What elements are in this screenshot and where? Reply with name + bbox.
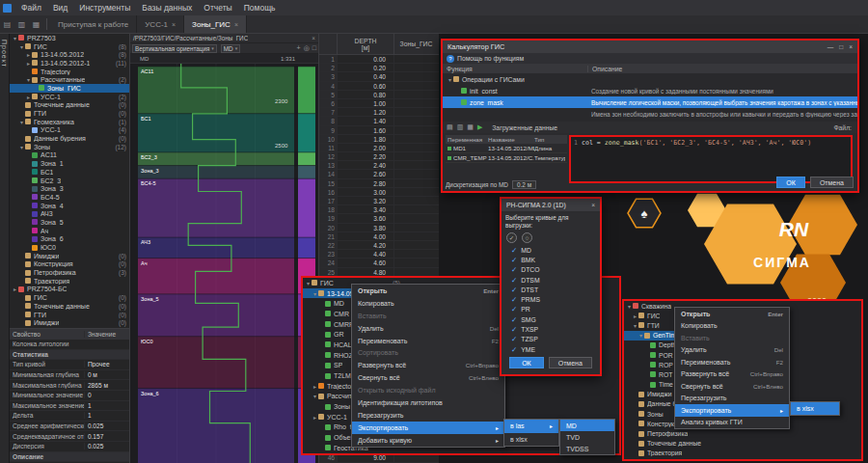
chevron-right-icon[interactable]: ▸: [25, 60, 32, 67]
menu-item[interactable]: в xlsx: [791, 402, 839, 415]
table-row[interactable]: 10.00: [319, 55, 439, 64]
tree-item[interactable]: Зона_5: [10, 218, 129, 227]
menu-item[interactable]: Копировать: [352, 297, 504, 310]
menu-item[interactable]: Идентификация литотипов: [352, 396, 504, 409]
chevron-down-icon[interactable]: ▾: [637, 332, 644, 339]
chevron-down-icon[interactable]: ▾: [18, 119, 25, 125]
tree-item[interactable]: Траектория: [10, 277, 129, 286]
tree-item[interactable]: Trajectory: [10, 68, 129, 76]
curve-checkbox-row[interactable]: ✓PR: [502, 305, 600, 314]
checkbox-checked-icon[interactable]: ✓: [511, 265, 517, 274]
tree-item[interactable]: ▸PRZ7504-БС: [10, 286, 129, 294]
menu-item[interactable]: Развернуть всёCtrl+Вправо: [352, 359, 504, 371]
menu-item[interactable]: Перезагрузить: [352, 409, 504, 422]
curve-checkbox-row[interactable]: ✓PRMS: [502, 294, 600, 304]
close-panel-icon[interactable]: ×: [312, 35, 318, 41]
menu-item[interactable]: Открыть исходный файл: [352, 384, 504, 396]
tree-item[interactable]: Точечные данные(0): [10, 101, 129, 110]
function-row[interactable]: Имена зон необходимо заключить в апостро…: [443, 108, 857, 120]
tree-item[interactable]: ▸13-14.05.2012-1(11): [10, 59, 129, 68]
chevron-right-icon[interactable]: ▸: [632, 313, 638, 319]
save-script-icon[interactable]: ▦: [467, 123, 474, 131]
add-track-icon[interactable]: +: [297, 44, 301, 52]
ok-button[interactable]: ОК: [509, 357, 544, 368]
open-folder-icon[interactable]: ▥: [14, 20, 29, 29]
menu-item[interactable]: ПереименоватьF2: [675, 356, 789, 368]
function-help-link[interactable]: ? Помощь по функциям: [443, 53, 857, 64]
curve-checkbox-row[interactable]: ✓TXSP: [502, 324, 600, 334]
checkbox-checked-icon[interactable]: ✓: [511, 276, 517, 285]
curve-checkbox-row[interactable]: ✓MD: [502, 245, 600, 255]
chevron-down-icon[interactable]: ▾: [305, 280, 312, 286]
tree-item[interactable]: Ач: [10, 227, 129, 235]
tab[interactable]: Зоны_ГИС×: [184, 15, 247, 33]
tree-item[interactable]: Петрофизика(3): [10, 268, 129, 277]
menu-item[interactable]: Сортировать: [352, 346, 504, 359]
open-script-icon[interactable]: ▥: [457, 123, 464, 131]
menubar-item[interactable]: Вид: [47, 3, 73, 13]
tree-item[interactable]: ГТИ(0): [10, 311, 129, 319]
curve-checkbox-row[interactable]: ✓YME: [502, 344, 600, 354]
tree-item[interactable]: Точечные данные: [624, 439, 720, 449]
tree-item[interactable]: ▾Геомеханика(1): [10, 118, 129, 126]
table-row[interactable]: 40.60: [319, 82, 439, 91]
tree-item[interactable]: БС2_3: [10, 177, 129, 185]
menu-item[interactable]: Анализ кривых ГТИ: [675, 417, 789, 429]
close-icon[interactable]: ×: [849, 43, 853, 50]
menu-item[interactable]: Вставить: [352, 310, 504, 322]
menu-item[interactable]: MD: [560, 420, 614, 431]
new-file-icon[interactable]: ▤: [0, 20, 14, 29]
tree-item[interactable]: ГТИ(0): [10, 109, 129, 118]
table-row[interactable]: 50.80: [319, 91, 439, 99]
tree-item[interactable]: Траектория: [624, 449, 720, 458]
tab[interactable]: УСС-1×: [137, 15, 184, 33]
project-panel-tab[interactable]: Проект: [1, 40, 8, 68]
tree-item[interactable]: ▾PRZ7503: [10, 34, 129, 42]
table-row[interactable]: 173.20: [319, 197, 439, 205]
chevron-down-icon[interactable]: ▾: [18, 43, 25, 50]
curve-checkbox-row[interactable]: ✓SMG: [502, 314, 600, 324]
minimize-icon[interactable]: —: [827, 43, 834, 50]
checkbox-checked-icon[interactable]: ✓: [511, 246, 517, 255]
close-icon[interactable]: ×: [172, 21, 176, 28]
tree-item[interactable]: УСС-1(4): [10, 126, 129, 135]
menu-item[interactable]: ПереименоватьF2: [352, 335, 504, 347]
tree-item[interactable]: Имиджи(0): [10, 252, 129, 260]
function-row[interactable]: zone_maskВычисление логической маски, по…: [443, 96, 857, 108]
tree-item[interactable]: Конструкция(0): [10, 260, 129, 269]
chevron-right-icon[interactable]: ▸: [312, 414, 318, 421]
tree-item[interactable]: ▾Рассчитанные(2): [10, 75, 129, 84]
curve-checkbox-row[interactable]: ✓DTST: [502, 285, 600, 294]
checkbox-checked-icon[interactable]: ✓: [511, 345, 517, 354]
menu-item[interactable]: Копировать: [675, 320, 789, 333]
chevron-down-icon[interactable]: ▾: [25, 76, 32, 83]
tree-item[interactable]: БС4-5: [10, 193, 129, 202]
discretization-field[interactable]: 0.2 м: [512, 180, 536, 189]
new-script-icon[interactable]: ▤: [447, 123, 453, 131]
chevron-down-icon[interactable]: ▾: [312, 290, 318, 297]
tree-item[interactable]: Точечные данные(0): [10, 302, 129, 311]
orientation-select[interactable]: Вертикальная ориентация ▾: [132, 44, 217, 53]
table-row[interactable]: 203.80: [319, 224, 439, 232]
table-row[interactable]: 30.40: [319, 72, 439, 81]
chevron-down-icon[interactable]: ▾: [18, 144, 25, 150]
function-row[interactable]: init_constСоздание новой кривой с заданн…: [443, 85, 857, 96]
tree-item[interactable]: Зона_1: [10, 159, 129, 168]
zones-column-header[interactable]: Зоны_ГИС: [394, 34, 438, 54]
menubar-item[interactable]: Инструменты: [73, 3, 136, 13]
ok-button[interactable]: ОК: [776, 177, 805, 188]
save-icon[interactable]: ▦: [29, 20, 43, 29]
tree-item[interactable]: АЧ3: [10, 209, 129, 218]
table-row[interactable]: 214.00: [319, 232, 439, 241]
checkbox-checked-icon[interactable]: ✓: [511, 305, 517, 313]
menubar-item[interactable]: Помощь: [238, 3, 282, 13]
tree-item[interactable]: Зона_4: [10, 202, 129, 210]
function-row[interactable]: ▾Операции с ГИСами: [443, 73, 857, 85]
menu-item[interactable]: УдалитьDel: [675, 344, 789, 357]
close-icon[interactable]: ×: [234, 21, 238, 28]
table-row[interactable]: 193.60: [319, 214, 439, 223]
curve-checkbox-row[interactable]: ✓DTSM: [502, 275, 600, 285]
variable-row[interactable]: CMR_TEMP13-14.05.2012/C...Температура: [446, 153, 567, 163]
tree-item[interactable]: ▸УСС-1(2): [10, 93, 129, 101]
menu-item[interactable]: в las▸: [504, 420, 558, 433]
